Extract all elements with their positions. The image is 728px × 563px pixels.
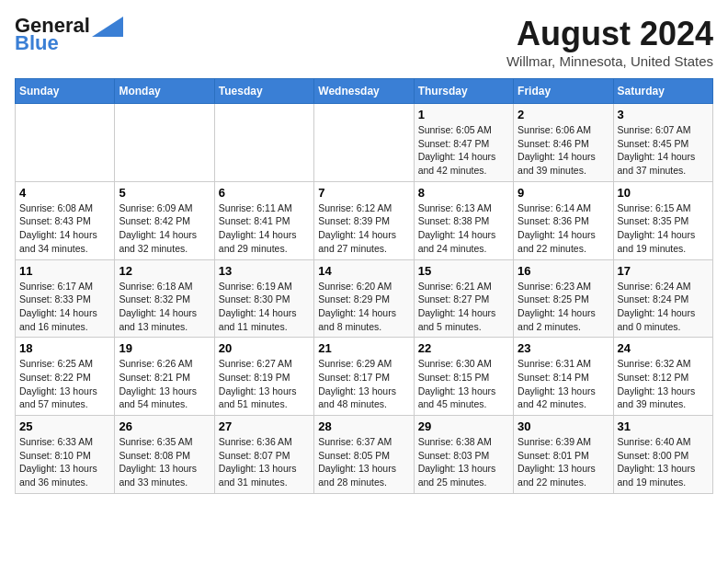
- day-number: 14: [318, 264, 409, 278]
- calendar-cell: 24Sunrise: 6:32 AM Sunset: 8:12 PM Dayli…: [613, 338, 712, 416]
- header: General Blue August 2024 Willmar, Minnes…: [15, 15, 713, 69]
- svg-marker-0: [92, 17, 123, 37]
- calendar-cell: 15Sunrise: 6:21 AM Sunset: 8:27 PM Dayli…: [414, 259, 513, 338]
- day-info: Sunrise: 6:18 AM Sunset: 8:32 PM Dayligh…: [119, 280, 210, 334]
- day-number: 2: [518, 108, 609, 121]
- calendar-cell: 6Sunrise: 6:11 AM Sunset: 8:41 PM Daylig…: [214, 181, 313, 259]
- day-info: Sunrise: 6:05 AM Sunset: 8:47 PM Dayligh…: [418, 123, 509, 178]
- logo-text-blue: Blue: [15, 31, 59, 54]
- day-number: 24: [618, 341, 709, 355]
- day-info: Sunrise: 6:36 AM Sunset: 8:07 PM Dayligh…: [219, 435, 310, 489]
- day-info: Sunrise: 6:08 AM Sunset: 8:43 PM Dayligh…: [19, 201, 110, 256]
- day-number: 13: [219, 264, 310, 278]
- day-info: Sunrise: 6:40 AM Sunset: 8:00 PM Dayligh…: [618, 435, 709, 489]
- calendar-cell: 27Sunrise: 6:36 AM Sunset: 8:07 PM Dayli…: [214, 416, 313, 494]
- day-info: Sunrise: 6:17 AM Sunset: 8:33 PM Dayligh…: [19, 280, 110, 334]
- day-number: 17: [618, 264, 709, 278]
- calendar-cell: 5Sunrise: 6:09 AM Sunset: 8:42 PM Daylig…: [115, 181, 214, 259]
- week-row-2: 4Sunrise: 6:08 AM Sunset: 8:43 PM Daylig…: [16, 181, 713, 259]
- calendar-cell: 9Sunrise: 6:14 AM Sunset: 8:36 PM Daylig…: [514, 181, 613, 259]
- calendar-cell: 30Sunrise: 6:39 AM Sunset: 8:01 PM Dayli…: [514, 416, 613, 494]
- day-info: Sunrise: 6:11 AM Sunset: 8:41 PM Dayligh…: [219, 201, 310, 256]
- day-number: 23: [518, 341, 609, 355]
- day-number: 26: [119, 419, 210, 433]
- day-number: 11: [19, 264, 110, 278]
- calendar-cell: 1Sunrise: 6:05 AM Sunset: 8:47 PM Daylig…: [414, 104, 513, 182]
- day-info: Sunrise: 6:26 AM Sunset: 8:21 PM Dayligh…: [119, 357, 210, 411]
- day-info: Sunrise: 6:39 AM Sunset: 8:01 PM Dayligh…: [518, 435, 609, 489]
- day-info: Sunrise: 6:09 AM Sunset: 8:42 PM Dayligh…: [119, 201, 210, 256]
- day-info: Sunrise: 6:06 AM Sunset: 8:46 PM Dayligh…: [518, 123, 609, 178]
- day-info: Sunrise: 6:33 AM Sunset: 8:10 PM Dayligh…: [19, 435, 110, 489]
- calendar-cell: 13Sunrise: 6:19 AM Sunset: 8:30 PM Dayli…: [214, 259, 313, 338]
- calendar-cell: 7Sunrise: 6:12 AM Sunset: 8:39 PM Daylig…: [314, 181, 414, 259]
- calendar-cell: 12Sunrise: 6:18 AM Sunset: 8:32 PM Dayli…: [115, 259, 214, 338]
- calendar-cell: 2Sunrise: 6:06 AM Sunset: 8:46 PM Daylig…: [514, 104, 613, 182]
- calendar-cell: 4Sunrise: 6:08 AM Sunset: 8:43 PM Daylig…: [16, 181, 115, 259]
- header-day-saturday: Saturday: [613, 79, 712, 104]
- calendar-header-row: SundayMondayTuesdayWednesdayThursdayFrid…: [16, 79, 713, 104]
- day-number: 10: [618, 186, 709, 200]
- calendar-cell: 19Sunrise: 6:26 AM Sunset: 8:21 PM Dayli…: [115, 338, 214, 416]
- day-info: Sunrise: 6:15 AM Sunset: 8:35 PM Dayligh…: [618, 201, 709, 256]
- calendar-cell: [214, 104, 313, 182]
- day-number: 16: [518, 264, 609, 278]
- day-number: 12: [119, 264, 210, 278]
- day-info: Sunrise: 6:19 AM Sunset: 8:30 PM Dayligh…: [219, 280, 310, 334]
- day-number: 6: [219, 186, 310, 200]
- calendar-cell: 10Sunrise: 6:15 AM Sunset: 8:35 PM Dayli…: [613, 181, 712, 259]
- header-day-sunday: Sunday: [16, 79, 115, 104]
- calendar-cell: 29Sunrise: 6:38 AM Sunset: 8:03 PM Dayli…: [414, 416, 513, 494]
- day-info: Sunrise: 6:32 AM Sunset: 8:12 PM Dayligh…: [618, 357, 709, 411]
- day-number: 18: [19, 341, 110, 355]
- calendar-cell: 8Sunrise: 6:13 AM Sunset: 8:38 PM Daylig…: [414, 181, 513, 259]
- day-number: 27: [219, 419, 310, 433]
- day-info: Sunrise: 6:35 AM Sunset: 8:08 PM Dayligh…: [119, 435, 210, 489]
- day-number: 31: [618, 419, 709, 433]
- header-day-friday: Friday: [514, 79, 613, 104]
- day-info: Sunrise: 6:12 AM Sunset: 8:39 PM Dayligh…: [318, 201, 409, 256]
- day-info: Sunrise: 6:38 AM Sunset: 8:03 PM Dayligh…: [418, 435, 509, 489]
- calendar-cell: [16, 104, 115, 182]
- day-info: Sunrise: 6:37 AM Sunset: 8:05 PM Dayligh…: [318, 435, 409, 489]
- week-row-5: 25Sunrise: 6:33 AM Sunset: 8:10 PM Dayli…: [16, 416, 713, 494]
- day-number: 4: [19, 186, 110, 200]
- calendar-cell: 28Sunrise: 6:37 AM Sunset: 8:05 PM Dayli…: [314, 416, 414, 494]
- day-number: 21: [318, 341, 409, 355]
- day-number: 22: [418, 341, 509, 355]
- main-title: August 2024: [506, 15, 713, 53]
- day-number: 29: [418, 419, 509, 433]
- subtitle: Willmar, Minnesota, United States: [506, 53, 713, 69]
- day-number: 19: [119, 341, 210, 355]
- title-area: August 2024 Willmar, Minnesota, United S…: [506, 15, 713, 69]
- calendar-cell: 22Sunrise: 6:30 AM Sunset: 8:15 PM Dayli…: [414, 338, 513, 416]
- day-info: Sunrise: 6:13 AM Sunset: 8:38 PM Dayligh…: [418, 201, 509, 256]
- day-number: 1: [418, 108, 509, 121]
- calendar-cell: 23Sunrise: 6:31 AM Sunset: 8:14 PM Dayli…: [514, 338, 613, 416]
- week-row-1: 1Sunrise: 6:05 AM Sunset: 8:47 PM Daylig…: [16, 104, 713, 182]
- day-info: Sunrise: 6:30 AM Sunset: 8:15 PM Dayligh…: [418, 357, 509, 411]
- day-number: 3: [618, 108, 709, 121]
- day-info: Sunrise: 6:23 AM Sunset: 8:25 PM Dayligh…: [518, 280, 609, 334]
- header-day-wednesday: Wednesday: [314, 79, 414, 104]
- day-info: Sunrise: 6:25 AM Sunset: 8:22 PM Dayligh…: [19, 357, 110, 411]
- day-number: 25: [19, 419, 110, 433]
- calendar-cell: 14Sunrise: 6:20 AM Sunset: 8:29 PM Dayli…: [314, 259, 414, 338]
- day-number: 15: [418, 264, 509, 278]
- calendar-cell: 31Sunrise: 6:40 AM Sunset: 8:00 PM Dayli…: [613, 416, 712, 494]
- logo: General Blue: [15, 15, 123, 53]
- calendar-table: SundayMondayTuesdayWednesdayThursdayFrid…: [15, 78, 713, 494]
- day-info: Sunrise: 6:29 AM Sunset: 8:17 PM Dayligh…: [318, 357, 409, 411]
- logo-icon: [92, 17, 123, 37]
- day-info: Sunrise: 6:07 AM Sunset: 8:45 PM Dayligh…: [618, 123, 709, 178]
- day-info: Sunrise: 6:21 AM Sunset: 8:27 PM Dayligh…: [418, 280, 509, 334]
- day-number: 30: [518, 419, 609, 433]
- week-row-3: 11Sunrise: 6:17 AM Sunset: 8:33 PM Dayli…: [16, 259, 713, 338]
- calendar-cell: [115, 104, 214, 182]
- day-info: Sunrise: 6:24 AM Sunset: 8:24 PM Dayligh…: [618, 280, 709, 334]
- day-info: Sunrise: 6:14 AM Sunset: 8:36 PM Dayligh…: [518, 201, 609, 256]
- calendar-cell: 26Sunrise: 6:35 AM Sunset: 8:08 PM Dayli…: [115, 416, 214, 494]
- calendar-cell: 25Sunrise: 6:33 AM Sunset: 8:10 PM Dayli…: [16, 416, 115, 494]
- calendar-cell: 3Sunrise: 6:07 AM Sunset: 8:45 PM Daylig…: [613, 104, 712, 182]
- calendar-cell: 18Sunrise: 6:25 AM Sunset: 8:22 PM Dayli…: [16, 338, 115, 416]
